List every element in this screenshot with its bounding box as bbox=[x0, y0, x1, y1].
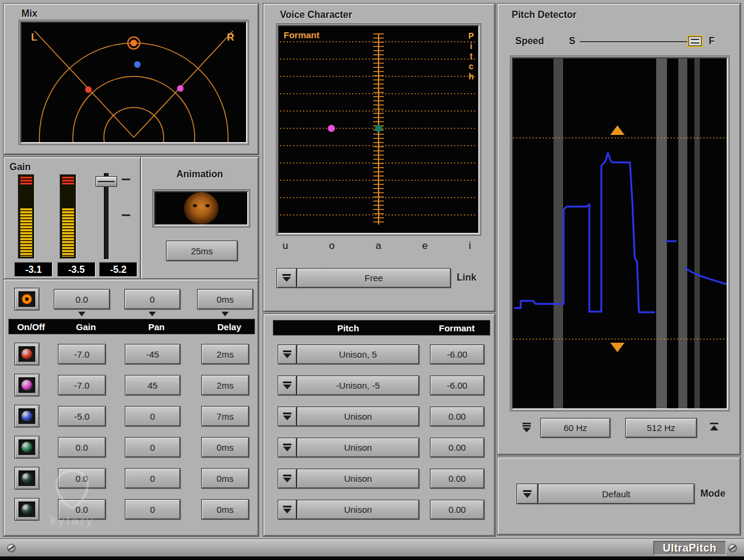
mix-dot-red[interactable] bbox=[85, 87, 92, 93]
pitch-5-interval-field[interactable]: Unison bbox=[297, 469, 419, 488]
upper-threshold-handle[interactable] bbox=[610, 125, 625, 135]
voice-6-led bbox=[21, 504, 32, 515]
voice-4-pan-value[interactable]: 0 bbox=[125, 437, 180, 457]
voice-6-pan-value[interactable]: 0 bbox=[125, 499, 180, 519]
speed-slider-handle[interactable] bbox=[688, 36, 702, 46]
voice-4-onoff-button[interactable] bbox=[14, 436, 39, 459]
voice-6-gain-value[interactable]: 0.0 bbox=[58, 499, 106, 519]
voice-character-title: Voice Character bbox=[280, 10, 352, 20]
lower-threshold-handle[interactable] bbox=[610, 343, 625, 352]
master-onoff-button[interactable] bbox=[14, 288, 39, 310]
pitch-3-interval-field[interactable]: Unison bbox=[297, 407, 419, 426]
mix-dot-magenta[interactable] bbox=[177, 85, 184, 92]
fader-tick-mid bbox=[122, 214, 130, 216]
master-pan-value[interactable]: 0 bbox=[124, 289, 180, 309]
mix-right-label: R bbox=[227, 32, 234, 43]
led-well bbox=[19, 439, 35, 455]
link-label[interactable]: Link bbox=[457, 272, 476, 283]
voice-1-onoff-button[interactable] bbox=[14, 343, 39, 365]
master-gain-value[interactable]: 0.0 bbox=[54, 289, 110, 309]
freq-max-icon[interactable] bbox=[709, 423, 720, 435]
dropdown-icon bbox=[282, 475, 292, 482]
pitch-3-combo-arrow[interactable] bbox=[278, 407, 297, 426]
mix-dot-blue[interactable] bbox=[134, 61, 141, 68]
master-delay-value[interactable]: 0ms bbox=[197, 289, 253, 309]
formant-3-value[interactable]: 0.00 bbox=[430, 407, 484, 426]
formant-2-value[interactable]: -6.00 bbox=[430, 376, 484, 395]
pitch-4-interval-field[interactable]: Unison bbox=[297, 438, 419, 457]
dropdown-icon bbox=[282, 413, 292, 420]
animation-rate-button[interactable]: 25ms bbox=[166, 241, 238, 261]
low-freq-button[interactable]: 60 Hz bbox=[540, 418, 610, 438]
dropdown-icon bbox=[282, 350, 292, 358]
mix-panel: Mix L R bbox=[4, 4, 259, 155]
mix-radar: L R bbox=[21, 23, 246, 142]
voice-2-pan-value[interactable]: 45 bbox=[125, 375, 180, 395]
led-well bbox=[19, 346, 35, 362]
header-onoff: On/Off bbox=[17, 322, 45, 332]
voice-2-gain-value[interactable]: -7.0 bbox=[58, 375, 106, 395]
pitch-curve bbox=[514, 153, 655, 312]
gain-fader-handle[interactable] bbox=[96, 176, 117, 187]
speed-slider-track[interactable] bbox=[580, 41, 687, 42]
pitch-4-combo-arrow[interactable] bbox=[278, 438, 297, 457]
voice-character-display[interactable]: Formant Pitch bbox=[278, 25, 479, 234]
freq-min-icon[interactable] bbox=[521, 423, 532, 435]
pitch-detector-title: Pitch Detector bbox=[512, 10, 576, 20]
vowel-u: u bbox=[282, 240, 288, 252]
voice-3-gain-value[interactable]: -5.0 bbox=[58, 406, 106, 426]
formant-6-value[interactable]: 0.00 bbox=[430, 500, 484, 519]
voice-4-delay-value[interactable]: 0ms bbox=[201, 437, 249, 457]
mix-arc-outer bbox=[39, 43, 228, 142]
mode-combo-field[interactable]: Default bbox=[538, 484, 694, 504]
voice-5-onoff-button[interactable] bbox=[14, 467, 39, 490]
gain-readout-left: -3.1 bbox=[14, 262, 53, 277]
voice-4-gain-value[interactable]: 0.0 bbox=[58, 437, 106, 457]
gain-readout-right: -3.5 bbox=[57, 262, 96, 277]
brand-name: UltraPitch bbox=[663, 542, 717, 555]
dropdown-icon bbox=[282, 381, 292, 389]
voice-5-gain-value[interactable]: 0.0 bbox=[58, 468, 106, 488]
header-gain: Gain bbox=[76, 322, 96, 332]
pitch-2-combo-arrow[interactable] bbox=[278, 376, 297, 395]
fader-tick-top bbox=[122, 179, 130, 180]
voice-1-delay-value[interactable]: 2ms bbox=[201, 344, 249, 364]
formant-1-value[interactable]: -6.00 bbox=[430, 344, 484, 364]
voice-4-led bbox=[21, 442, 32, 453]
mix-dot-master[interactable] bbox=[131, 40, 137, 47]
pitch-marker-dot[interactable] bbox=[375, 125, 382, 132]
pitch-detector-display[interactable] bbox=[512, 57, 728, 410]
pitch-1-interval-field[interactable]: Unison, 5 bbox=[297, 344, 419, 364]
formant-4-value[interactable]: 0.00 bbox=[430, 438, 484, 457]
vowel-a: a bbox=[376, 240, 381, 252]
mix-display[interactable]: L R bbox=[20, 21, 247, 143]
mode-combo-arrow[interactable] bbox=[517, 484, 538, 504]
pan-pointer-icon bbox=[149, 312, 156, 316]
voice-6-onoff-button[interactable] bbox=[14, 498, 39, 521]
formant-marker-dot[interactable] bbox=[328, 125, 335, 132]
high-freq-button[interactable]: 512 Hz bbox=[625, 418, 697, 438]
voice-1-gain-value[interactable]: -7.0 bbox=[58, 344, 106, 364]
voice-2-delay-value[interactable]: 2ms bbox=[201, 375, 249, 395]
pitch-1-combo-arrow[interactable] bbox=[278, 344, 297, 364]
brand-plate: UltraPitch bbox=[653, 541, 726, 555]
voice-1-pan-value[interactable]: -45 bbox=[125, 344, 180, 364]
vowel-mode-combo-field[interactable]: Free bbox=[297, 268, 451, 288]
voice-3-delay-value[interactable]: 7ms bbox=[201, 406, 249, 426]
mix-arc-middle bbox=[73, 76, 195, 142]
voice-2-onoff-button[interactable] bbox=[14, 374, 39, 396]
pitch-5-combo-arrow[interactable] bbox=[278, 469, 297, 488]
master-led-well bbox=[19, 291, 35, 307]
voice-3-pan-value[interactable]: 0 bbox=[125, 406, 180, 426]
voices-panel: 0.0 0 0ms On/Off Gain Pan Delay -7.0 -45… bbox=[4, 279, 259, 536]
voice-5-delay-value[interactable]: 0ms bbox=[201, 468, 249, 488]
pitch-6-combo-arrow[interactable] bbox=[278, 500, 297, 519]
pitch-6-interval-field[interactable]: Unison bbox=[297, 500, 419, 519]
pitch-2-interval-field[interactable]: -Unison, -5 bbox=[297, 376, 419, 395]
vowel-mode-combo-arrow[interactable] bbox=[276, 268, 297, 288]
voice-5-pan-value[interactable]: 0 bbox=[125, 468, 180, 488]
voice-3-onoff-button[interactable] bbox=[14, 405, 39, 427]
voice-6-delay-value[interactable]: 0ms bbox=[201, 499, 249, 519]
meter-level-segment bbox=[20, 208, 32, 257]
formant-5-value[interactable]: 0.00 bbox=[430, 469, 484, 488]
